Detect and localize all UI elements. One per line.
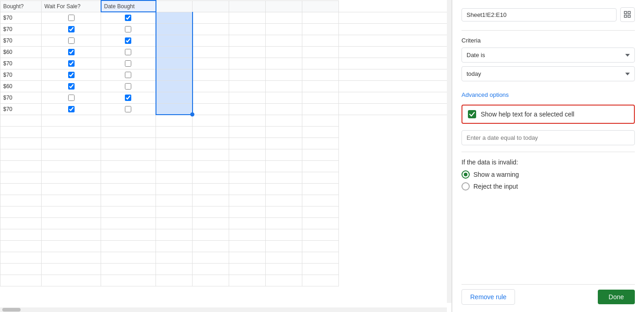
empty-cell: [193, 126, 229, 137]
advanced-options-link[interactable]: Advanced options: [462, 91, 635, 98]
date-cell[interactable]: [156, 12, 193, 23]
radio-reject-label: Reject the input: [473, 183, 518, 190]
date-cell[interactable]: [156, 69, 193, 80]
empty-cell: [193, 69, 229, 80]
empty-cell: [229, 12, 266, 23]
empty-cell: [302, 69, 339, 80]
done-button[interactable]: Done: [598, 290, 635, 304]
wait-cell: [101, 103, 156, 115]
empty-cell: [0, 126, 42, 137]
footer-buttons: Remove rule Done: [462, 284, 635, 305]
grid-icon-button[interactable]: [620, 7, 635, 22]
empty-cell: [101, 149, 156, 160]
table-row: $70: [0, 12, 451, 23]
date-cell[interactable]: [156, 92, 193, 103]
wait-cell: [101, 23, 156, 35]
wait-checkbox[interactable]: [125, 37, 131, 44]
price-cell: $70: [0, 12, 42, 23]
empty-cell: [266, 149, 302, 160]
wait-checkbox[interactable]: [125, 49, 131, 55]
radio-warning-icon[interactable]: [462, 170, 470, 179]
bought-checkbox[interactable]: [68, 106, 75, 112]
scrollbar-thumb[interactable]: [2, 308, 21, 312]
wait-cell: [101, 12, 156, 23]
empty-cell: [0, 115, 42, 126]
date-cell[interactable]: [156, 35, 193, 46]
scrollbar-horizontal[interactable]: [0, 307, 447, 312]
radio-reject[interactable]: Reject the input: [462, 182, 635, 190]
divider-1: [462, 30, 635, 31]
bought-checkbox[interactable]: [68, 60, 75, 67]
bought-cell: [42, 69, 101, 80]
date-cell[interactable]: [156, 23, 193, 35]
empty-cell: [339, 69, 451, 80]
bought-cell: [42, 12, 101, 23]
date-cell[interactable]: [156, 103, 193, 115]
date-cell[interactable]: [156, 58, 193, 69]
criteria-sub-dropdown[interactable]: today: [462, 66, 635, 81]
empty-cell: [266, 115, 302, 126]
bought-checkbox[interactable]: [68, 49, 75, 55]
empty-cell: [339, 103, 451, 115]
col-header-extra5: [302, 0, 339, 12]
range-input[interactable]: [462, 8, 617, 21]
empty-cell: [229, 103, 266, 115]
empty-cell: [266, 80, 302, 92]
help-text-checkbox[interactable]: [468, 110, 476, 118]
wait-checkbox[interactable]: [125, 60, 131, 67]
empty-cell: [0, 137, 42, 149]
bought-checkbox[interactable]: [68, 26, 75, 32]
wait-checkbox[interactable]: [125, 95, 131, 101]
empty-cell: [266, 35, 302, 46]
svg-rect-3: [628, 15, 630, 17]
empty-cell: [302, 92, 339, 103]
table-row: $60: [0, 80, 451, 92]
bought-checkbox[interactable]: [68, 15, 75, 21]
empty-cell: [156, 137, 193, 149]
empty-cell: [42, 149, 101, 160]
empty-cell: [266, 46, 302, 58]
empty-cell: [302, 115, 339, 126]
scrollbar-vertical[interactable]: [447, 0, 451, 303]
empty-cell: [193, 80, 229, 92]
empty-cell: [42, 126, 101, 137]
col-header-extra3: [229, 0, 266, 12]
bought-cell: [42, 35, 101, 46]
wait-cell: [101, 58, 156, 69]
wait-checkbox[interactable]: [125, 72, 131, 78]
radio-warning-label: Show a warning: [473, 171, 519, 178]
date-cell[interactable]: [156, 80, 193, 92]
criteria-dropdown[interactable]: Date is: [462, 48, 635, 63]
empty-cell: [193, 149, 229, 160]
help-text-input[interactable]: [462, 130, 635, 145]
criteria-label: Criteria: [462, 37, 635, 44]
wait-checkbox[interactable]: [125, 15, 131, 21]
empty-cell: [266, 126, 302, 137]
bought-checkbox[interactable]: [68, 83, 75, 90]
bought-cell: [42, 92, 101, 103]
empty-cell: [339, 92, 451, 103]
wait-checkbox[interactable]: [125, 83, 131, 90]
help-text-section: Show help text for a selected cell: [462, 105, 635, 124]
bought-cell: [42, 103, 101, 115]
empty-cell: [302, 23, 339, 35]
bought-checkbox[interactable]: [68, 95, 75, 101]
radio-reject-icon[interactable]: [462, 182, 470, 190]
empty-cell: [302, 103, 339, 115]
remove-rule-button[interactable]: Remove rule: [462, 289, 515, 305]
wait-checkbox[interactable]: [125, 26, 131, 32]
empty-cell: [339, 35, 451, 46]
svg-rect-1: [628, 11, 630, 14]
bought-checkbox[interactable]: [68, 72, 75, 78]
wait-checkbox[interactable]: [125, 106, 131, 112]
empty-row: [0, 137, 451, 149]
empty-cell: [302, 80, 339, 92]
date-cell[interactable]: [156, 46, 193, 58]
table-row: $70: [0, 69, 451, 80]
empty-cell: [193, 137, 229, 149]
empty-cell: [42, 115, 101, 126]
radio-warning[interactable]: Show a warning: [462, 170, 635, 179]
empty-cell: [229, 80, 266, 92]
bought-checkbox[interactable]: [68, 37, 75, 44]
empty-cell: [339, 58, 451, 69]
